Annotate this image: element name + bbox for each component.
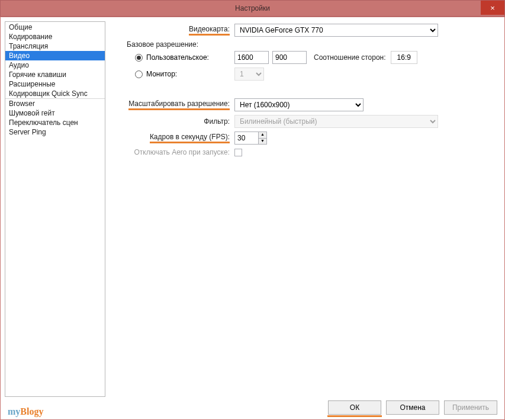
sidebar-item[interactable]: Server Ping xyxy=(5,127,105,137)
sidebar-item[interactable]: Кодирование xyxy=(5,32,105,41)
cancel-button[interactable]: Отмена xyxy=(386,400,439,415)
label-filter: Фильтр: xyxy=(204,117,230,126)
window-title: Настройки xyxy=(235,4,270,12)
radio-monitor[interactable] xyxy=(135,70,143,78)
sidebar-item[interactable]: Трансляция xyxy=(5,41,105,51)
label-videocard: Видеокарта: xyxy=(189,25,230,36)
ok-button[interactable]: ОК xyxy=(328,400,381,415)
width-input[interactable] xyxy=(234,51,269,64)
label-base-resolution: Базовое разрешение: xyxy=(127,40,488,49)
height-input[interactable] xyxy=(272,51,307,64)
sidebar-item[interactable]: Расширенные xyxy=(5,79,105,89)
sidebar-item[interactable]: Шумовой гейт xyxy=(5,108,105,118)
dialog-buttons: ОК Отмена Применить xyxy=(328,400,497,415)
fps-down-button[interactable]: ▼ xyxy=(258,138,267,145)
label-custom: Пользовательское: xyxy=(146,53,209,62)
sidebar-item[interactable]: Аудио xyxy=(5,60,105,70)
sidebar-item[interactable]: Общие xyxy=(5,23,105,32)
label-aspect: Соотношение сторон: xyxy=(314,53,386,62)
highlight-underline xyxy=(327,415,382,417)
category-list[interactable]: ОбщиеКодированиеТрансляцияВидеоАудиоГоря… xyxy=(5,21,105,397)
fps-spinner[interactable]: ▲ ▼ xyxy=(234,132,267,145)
label-monitor: Монитор: xyxy=(146,70,177,78)
titlebar: Настройки × xyxy=(0,0,505,17)
sidebar-item[interactable]: Видео xyxy=(5,51,105,60)
aspect-value: 16:9 xyxy=(391,51,417,64)
sidebar-item[interactable]: Переключатель сцен xyxy=(5,118,105,127)
fps-input[interactable] xyxy=(234,132,258,145)
sidebar-item[interactable]: Кодировщик Quick Sync xyxy=(5,89,105,99)
sidebar-item[interactable]: Browser xyxy=(5,99,105,108)
monitor-select: 1 xyxy=(234,68,264,81)
sidebar-item[interactable]: Горячие клавиши xyxy=(5,70,105,79)
close-icon: × xyxy=(490,4,495,12)
label-fps: Кадров в секунду (FPS): xyxy=(150,133,230,143)
fps-up-button[interactable]: ▲ xyxy=(258,132,267,138)
close-button[interactable]: × xyxy=(481,1,504,15)
scale-resolution-select[interactable]: Нет (1600x900) xyxy=(234,98,364,111)
disable-aero-checkbox[interactable] xyxy=(234,149,242,156)
watermark: myBlogy xyxy=(8,406,43,417)
apply-button: Применить xyxy=(444,400,497,415)
radio-custom[interactable] xyxy=(135,54,143,62)
filter-select: Билинейный (быстрый) xyxy=(234,115,438,128)
videocard-select[interactable]: NVIDIA GeForce GTX 770 xyxy=(234,24,438,37)
label-scale-resolution: Масштабировать разрешение: xyxy=(128,100,230,110)
label-disable-aero: Отключать Aero при запуске: xyxy=(134,148,230,156)
settings-panel: Видеокарта: NVIDIA GeForce GTX 770 Базов… xyxy=(105,21,500,397)
client-area: ОбщиеКодированиеТрансляцияВидеоАудиоГоря… xyxy=(0,17,505,420)
